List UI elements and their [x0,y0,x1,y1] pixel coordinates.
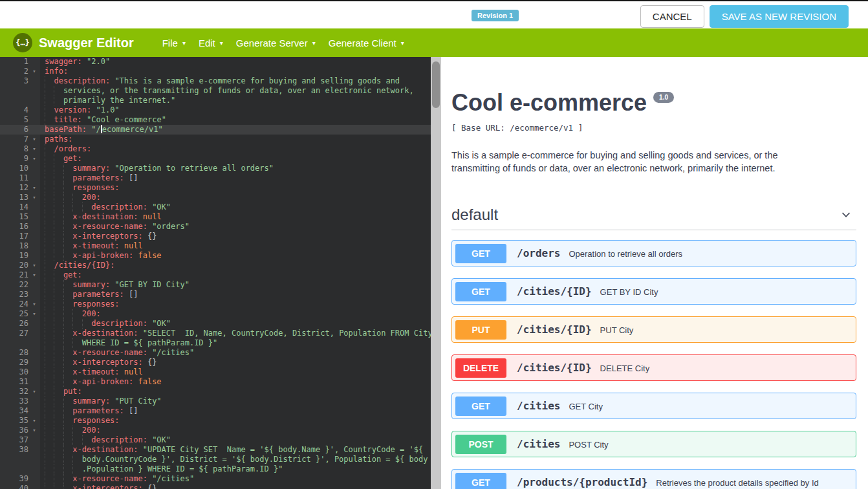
base-url: [ Base URL: /ecommerce/v1 ] [451,123,856,133]
code-line[interactable]: 37description: "OK" [0,435,431,445]
fold-toggle-icon[interactable]: ▾ [28,183,40,193]
fold-toggle-icon[interactable]: ▾ [28,193,40,202]
code-text: primarily the internet." [40,96,175,105]
endpoint-row[interactable]: GET/citiesGET City [451,393,856,419]
code-line[interactable]: 28x-resource-name: "/cities" [0,348,431,358]
indent-guide [54,319,63,329]
fold-toggle-icon[interactable]: ▾ [28,135,40,144]
code-line[interactable]: 33summary: "PUT City" [0,397,431,406]
code-line[interactable]: primarily the internet." [0,96,431,105]
code-line[interactable]: 34parameters: [] [0,406,431,416]
code-line[interactable]: 15x-destination: null [0,212,431,222]
code-line[interactable]: 2▾info: [0,67,431,76]
fold-toggle-icon[interactable]: ▾ [28,270,40,280]
gutter: 26 [0,319,40,329]
indent-guide [45,96,54,105]
indent-guide [63,173,72,183]
fold-toggle-icon[interactable]: ▾ [28,144,40,154]
indent-guide [54,387,63,397]
scrollbar-thumb[interactable] [432,61,440,108]
code-line[interactable]: 26description: "OK" [0,319,431,329]
code-text: x-destination: "UPDATE City SET Name = '… [40,445,423,455]
code-line[interactable]: 32▾put: [0,387,431,397]
code-line[interactable]: 27x-destination: "SELECT ID, Name, Count… [0,329,431,338]
code-line[interactable]: 39x-resource-name: "/cities" [0,474,431,484]
menu-edit[interactable]: Edit ▾ [199,35,223,51]
fold-toggle-icon[interactable]: ▾ [28,387,40,397]
indent-guide [45,261,54,270]
code-line[interactable]: WHERE ID = ${ pathParam.ID }" [0,338,431,348]
endpoint-path: /cities [517,400,560,412]
fold-spacer [28,222,40,232]
code-line[interactable]: 20▾/cities/{ID}: [0,261,431,270]
code-line[interactable]: 36▾200: [0,426,431,435]
token: x-destination: [72,212,138,221]
indent-guide [54,299,63,309]
cancel-button[interactable]: CANCEL [640,5,704,28]
indent-guide [63,474,72,484]
save-as-new-revision-button[interactable]: SAVE AS NEW REVISION [710,5,849,28]
code-line[interactable]: 8▾/orders: [0,144,431,154]
fold-toggle-icon[interactable]: ▾ [28,299,40,309]
code-line[interactable]: 4version: "1.0" [0,105,431,115]
indent-guide [63,484,72,489]
code-line[interactable]: body.CountryCode }', District = '${ body… [0,455,431,464]
code-line[interactable]: 13▾200: [0,193,431,202]
endpoint-row[interactable]: PUT/cities/{ID}PUT City [451,316,856,343]
fold-toggle-icon[interactable]: ▾ [28,67,40,76]
code-line[interactable]: 22summary: "GET BY ID City" [0,280,431,290]
token: version: [54,105,91,114]
gutter: 36▾ [0,426,40,435]
code-line[interactable]: 35▾responses: [0,416,431,426]
code-line[interactable]: 29x-interceptors: {} [0,358,431,367]
code-line[interactable]: 16x-resource-name: "orders" [0,222,431,232]
gutter: 39 [0,474,40,484]
indent-guide [54,96,63,105]
endpoint-row[interactable]: GET/products/{productId}Retrieves the pr… [451,469,856,489]
code-line[interactable]: 38x-destination: "UPDATE City SET Name =… [0,445,431,455]
code-line[interactable]: 18x-timeout: null [0,241,431,251]
fold-toggle-icon[interactable]: ▾ [28,261,40,270]
code-line[interactable]: 19x-api-broken: false [0,251,431,261]
code-line[interactable]: 11parameters: [] [0,173,431,183]
section-header-default[interactable]: default [451,206,856,230]
indent-guide [54,474,63,484]
editor-scrollbar[interactable] [431,57,441,489]
code-line[interactable]: 10summary: "Operation to retrieve all or… [0,164,431,173]
endpoint-row[interactable]: DELETE/cities/{ID}DELETE City [451,354,856,381]
code-line[interactable]: services, or the transmitting of funds o… [0,86,431,96]
menu-generate-client[interactable]: Generate Client ▾ [329,35,404,51]
code-line[interactable]: 21▾get: [0,270,431,280]
code-line[interactable]: 24▾responses: [0,299,431,309]
menu-file[interactable]: File ▾ [162,35,186,51]
token: x-interceptors: [72,358,142,367]
code-line[interactable]: 40x-interceptors: {} [0,484,431,489]
menu-generate-server[interactable]: Generate Server ▾ [236,35,316,51]
endpoint-row[interactable]: POST/citiesPOST City [451,431,856,457]
code-line[interactable]: 17x-interceptors: {} [0,232,431,241]
fold-toggle-icon[interactable]: ▾ [28,416,40,426]
token: "OK" [152,435,171,444]
gutter: 27 [0,329,40,338]
code-line[interactable]: 31x-api-broken: false [0,377,431,387]
token: "Operation to retrieve all orders" [114,164,274,173]
code-line[interactable]: 30x-timeout: null [0,367,431,377]
fold-toggle-icon[interactable]: ▾ [28,154,40,164]
fold-toggle-icon[interactable]: ▾ [28,426,40,435]
code-line[interactable]: 7▾paths: [0,135,431,144]
code-line[interactable]: 5title: "Cool e-commerce" [0,115,431,125]
code-line[interactable]: 14description: "OK" [0,202,431,212]
code-editor[interactable]: 1swagger: "2.0"2▾info:3description: "Thi… [0,57,431,489]
fold-toggle-icon[interactable]: ▾ [28,309,40,319]
code-line[interactable]: 9▾get: [0,154,431,164]
code-line[interactable]: 23parameters: [] [0,290,431,299]
code-line[interactable]: 1swagger: "2.0" [0,57,431,67]
code-line[interactable]: 25▾200: [0,309,431,319]
code-line[interactable]: 12▾responses: [0,183,431,193]
endpoint-row[interactable]: GET/ordersOperation to retrieve all orde… [451,240,856,266]
code-line[interactable]: .Population } WHERE ID = ${ pathParam.ID… [0,464,431,474]
chevron-down-icon[interactable] [840,208,852,221]
code-line[interactable]: 6basePath: "/ecommerce/v1" [0,125,431,135]
endpoint-row[interactable]: GET/cities/{ID}GET BY ID City [451,278,856,305]
code-line[interactable]: 3description: "This is a sample e-commer… [0,76,431,86]
